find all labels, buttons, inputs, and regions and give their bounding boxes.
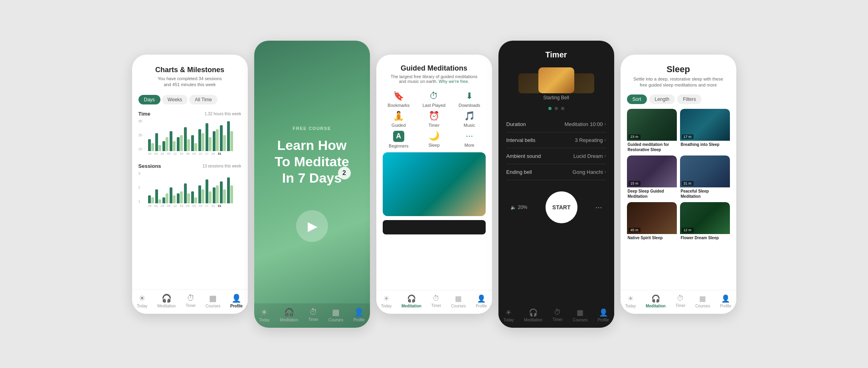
nav-timer-3b[interactable]: ⏱ Timer [431,294,441,308]
sleep-card-2[interactable]: 17 m Breathing into Sleep [680,109,730,152]
volume-control[interactable]: 🔈 20% [510,205,528,210]
nav-courses-4[interactable]: ▦ Courses [573,308,587,322]
nav-today[interactable]: ☀ Today [137,293,148,308]
timer-header: Timer [498,41,614,63]
nav-meditation[interactable]: 🎧 Meditation [157,293,176,308]
course-badge-num: 2 [338,167,351,179]
sleep-card-1[interactable]: 23 m Guided meditation for Restorative S… [627,109,677,152]
dot-1[interactable] [548,107,552,110]
nav-today-label: Today [137,304,148,308]
guided-title: Guided Meditations [384,64,484,73]
card-2-title: Breathing into Sleep [680,141,730,147]
card-4-title: Peaceful Sleep Meditation [680,187,730,199]
nav-today-label-5: Today [625,304,636,308]
bottom-nav-1: ☀ Today 🎧 Meditation ⏱ Timer ▦ Courses 👤… [132,289,248,314]
nav-timer-4[interactable]: ⏱ Timer [552,308,562,322]
nav-today-2[interactable]: ☀ Today [259,307,270,322]
y-axis-sessions: 3 2 1 [138,171,140,203]
more-icon: ··· [466,131,473,141]
sleep-header: Sleep Settle into a deep, restorative sl… [621,55,736,92]
nav-meditation-2[interactable]: 🎧 Meditation [280,307,298,322]
nav-bookmarks[interactable]: 🔖 Bookmarks [383,91,415,108]
today-icon: ☀ [138,293,146,303]
nav-timer-3[interactable]: ⏰ Timer [418,111,450,128]
timer-icon-3b: ⏱ [433,294,440,303]
nav-timer-5[interactable]: ⏱ Timer [675,294,685,308]
nav-last-played[interactable]: ⏱ Last Played [418,91,450,108]
setting-ambient[interactable]: Ambient sound Lucid Dream › [506,148,606,164]
filters-button[interactable]: Filters [677,94,702,104]
start-label: START [552,204,571,211]
time-chart-section: Time 1.32 hours this week 3h 2h 1h [132,108,248,157]
tab-weeks[interactable]: Weeks [162,95,188,104]
card-6-title: Flower Dream Sleep [680,234,730,240]
nav-meditation-3[interactable]: 🎧 Meditation [401,294,421,308]
card-5-title: Native Spirit Sleep [627,234,677,240]
tab-all-time[interactable]: All Time [189,95,217,104]
today-icon-2: ☀ [261,307,268,317]
nav-profile-3[interactable]: 👤 Profile [476,294,487,308]
sleep-card-3[interactable]: 15 m Deep Sleep Guided Meditation [627,155,677,199]
downloads-label: Downloads [459,103,480,108]
sleep-card-6[interactable]: 12 m Flower Dream Sleep [680,202,730,240]
time-label: Time [138,111,150,117]
start-button[interactable]: START [546,191,577,223]
nav-profile-2[interactable]: 👤 Profile [353,307,364,322]
nav-profile-5[interactable]: 👤 Profile [720,294,731,308]
nav-meditation-5[interactable]: 🎧 Meditation [646,294,666,308]
music-label: Music [464,123,475,128]
beginners-icon: A [393,131,404,142]
nav-profile[interactable]: 👤 Profile [230,293,243,308]
nav-courses-label: Courses [206,304,220,308]
timer-icon: ⏱ [187,293,195,303]
sleep-card-5[interactable]: 45 m Native Spirit Sleep [627,202,677,240]
ending-bell-value: Gong Hanchi › [573,169,606,175]
nav-guided[interactable]: 🧘 Guided [383,111,415,128]
profile-icon-4: 👤 [599,308,608,317]
length-button[interactable]: Length [649,94,675,104]
guided-nav-grid: 🔖 Bookmarks ⏱ Last Played ⬇ Downloads 🧘 … [376,87,492,152]
sort-button[interactable]: Sort [627,94,647,104]
screen-sleep: Sleep Settle into a deep, restorative sl… [621,55,736,314]
nav-courses-5[interactable]: ▦ Courses [695,294,710,308]
timer-title: Timer [506,50,606,59]
nav-timer[interactable]: ⏱ Timer [186,293,196,308]
charts-tabs: Days Weeks All Time [132,92,248,108]
nav-downloads[interactable]: ⬇ Downloads [453,91,486,108]
nav-profile-4[interactable]: 👤 Profile [597,308,609,322]
nav-profile-label-3: Profile [476,304,487,308]
nav-timer-2[interactable]: ⏱ Timer [308,307,318,322]
tab-days[interactable]: Days [138,95,160,104]
nav-meditation-label: Meditation [157,304,176,308]
nav-courses-3[interactable]: ▦ Courses [451,294,466,308]
courses-icon-3: ▦ [455,294,462,303]
interval-arrow: › [605,137,606,143]
dot-2[interactable] [555,107,558,110]
nav-courses[interactable]: ▦ Courses [206,293,220,308]
nav-meditation-4[interactable]: 🎧 Meditation [524,308,542,322]
play-button[interactable]: ▶ [296,210,328,242]
nav-today-5[interactable]: ☀ Today [625,294,636,308]
setting-duration[interactable]: Duration Meditation 10:00 › [506,116,606,132]
sleep-card-4[interactable]: 31 m Peaceful Sleep Meditation [680,155,730,199]
setting-ending-bell[interactable]: Ending bell Gong Hanchi › [506,164,606,180]
timer-label-3: Timer [429,123,440,128]
nav-profile-label-2: Profile [353,318,364,322]
charts-header: Charts & Milestones You have completed 3… [132,55,248,92]
nav-timer-label-5: Timer [675,303,685,308]
setting-interval-bells[interactable]: Interval bells 3 Repeating › [506,132,606,148]
guided-dark-bar [383,220,486,234]
more-options[interactable]: ··· [595,203,602,212]
nav-sleep[interactable]: 🌙 Sleep [418,131,450,148]
dot-3[interactable] [561,107,564,110]
nav-more[interactable]: ··· More [453,131,486,148]
nav-music[interactable]: 🎵 Music [453,111,486,128]
nav-beginners[interactable]: A Beginners [383,131,415,148]
timer-icon-4: ⏱ [554,308,561,317]
nav-today-4[interactable]: ☀ Today [503,308,514,322]
nav-today-3[interactable]: ☀ Today [381,294,392,308]
guided-subtitle: The largest free library of guided medit… [384,74,484,84]
sessions-chart-section: Sessions 13 sessions this week 3 2 1 [132,160,248,209]
nav-meditation-label-3: Meditation [401,304,421,308]
nav-courses-2[interactable]: ▦ Courses [328,307,343,322]
